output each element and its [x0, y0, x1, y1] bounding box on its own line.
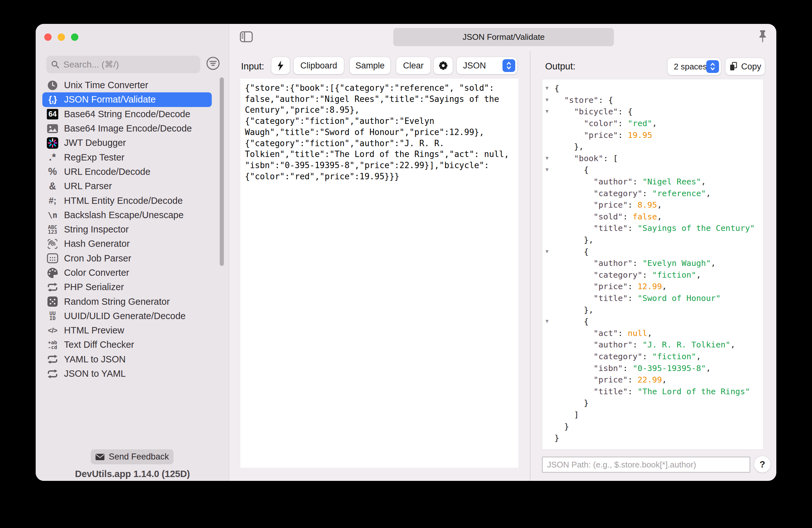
output-line: "price": 22.99,: [542, 374, 763, 386]
clear-button[interactable]: Clear: [396, 57, 431, 74]
sidebar: Unix Time Converter{,}JSON Format/Valida…: [36, 24, 229, 481]
indent-value: 2 spaces: [674, 62, 707, 72]
zoom-window-button[interactable]: [71, 33, 78, 41]
sidebar-item-string-inspector[interactable]: ABC 123String Inspector: [42, 222, 212, 237]
indent-select[interactable]: 2 spaces: [667, 58, 721, 75]
gear-icon[interactable]: [434, 57, 453, 74]
sidebar-item-text-diff-checker[interactable]: +ab -cdText Diff Checker: [42, 338, 212, 352]
disclosure-triangle-icon[interactable]: ▼: [545, 97, 550, 103]
output-line-code: {: [554, 316, 589, 326]
sidebar-item-base64-image-encode-decode[interactable]: Base64 Image Encode/Decode: [42, 121, 212, 135]
output-line-code: "title": "Sword of Honour": [554, 293, 721, 303]
panel-divider: [530, 51, 531, 481]
output-line: ▼ "store": {: [542, 94, 763, 106]
search-field[interactable]: [46, 56, 200, 73]
sidebar-item-label: HTML Preview: [64, 325, 124, 336]
minimize-window-button[interactable]: [58, 33, 65, 41]
jsonpath-field[interactable]: [542, 457, 750, 473]
output-line-code: "author": "J. R. R. Tolkien",: [554, 340, 735, 349]
sidebar-scrollbar[interactable]: [220, 77, 224, 266]
pin-icon[interactable]: [757, 30, 768, 45]
sidebar-item-regexp-tester[interactable]: .*RegExp Tester: [42, 150, 212, 164]
bolt-icon: [275, 60, 286, 71]
sidebar-item-hash-generator[interactable]: Hash Generator: [42, 237, 212, 251]
sidebar-item-color-converter[interactable]: Color Converter: [42, 266, 212, 280]
output-line-code: "category": "fiction",: [554, 270, 701, 280]
uuid-icon: UU ID: [46, 311, 59, 321]
output-line-code: "isbn": "0-395-19395-8",: [554, 363, 711, 373]
close-window-button[interactable]: [44, 33, 52, 41]
output-line-code: },: [554, 142, 584, 151]
calendar-icon: [46, 253, 59, 264]
sidebar-item-url-encode-decode[interactable]: %URL Encode/Decode: [42, 165, 212, 179]
disclosure-triangle-icon[interactable]: ▼: [545, 155, 550, 161]
output-line: ]: [542, 409, 763, 421]
output-line-code: "author": "Nigel Rees",: [554, 177, 706, 186]
search-input[interactable]: [63, 56, 197, 73]
sample-button[interactable]: Sample: [350, 57, 390, 74]
output-line: "author": "Nigel Rees",: [542, 176, 763, 188]
sidebar-item-html-entity-encode-decode[interactable]: #;HTML Entity Encode/Decode: [42, 193, 212, 208]
output-line: ▼ {: [542, 316, 763, 327]
sidebar-item-unix-time-converter[interactable]: Unix Time Converter: [42, 78, 212, 92]
output-line: "title": "Sayings of the Century": [542, 222, 763, 234]
copy-button[interactable]: Copy: [725, 58, 765, 75]
output-line-code: "sold": false,: [554, 212, 662, 221]
sidebar-item-label: Text Diff Checker: [64, 340, 134, 350]
output-line-code: }: [554, 422, 569, 431]
disclosure-triangle-icon[interactable]: ▼: [545, 85, 550, 91]
disclosure-triangle-icon[interactable]: ▼: [545, 249, 550, 255]
input-format-select[interactable]: JSON: [456, 57, 517, 74]
sidebar-item-label: Backslash Escape/Unescape: [64, 210, 184, 220]
output-line-code: {: [554, 83, 559, 93]
sidebar-item-yaml-to-json[interactable]: YAML to JSON: [42, 352, 212, 367]
output-line: "isbn": "0-395-19395-8",: [542, 362, 763, 374]
disclosure-triangle-icon[interactable]: ▼: [545, 167, 550, 173]
input-editor[interactable]: {"store":{"book":[{"category":"reference…: [241, 79, 518, 468]
sidebar-item-cron-job-parser[interactable]: Cron Job Parser: [42, 251, 212, 266]
help-button[interactable]: ?: [754, 456, 771, 473]
hash-semicolon-icon: #;: [46, 196, 59, 206]
filter-icon[interactable]: [206, 56, 220, 71]
sidebar-item-label: JSON Format/Validate: [64, 94, 156, 105]
active-tab[interactable]: JSON Format/Validate: [393, 28, 614, 46]
sidebar-item-url-parser[interactable]: &URL Parser: [42, 179, 212, 193]
output-line: },: [542, 304, 763, 316]
ampersand-icon: &: [46, 181, 59, 192]
swap-arrows-icon: [46, 369, 59, 379]
sidebar-item-jwt-debugger[interactable]: JWT Debugger: [42, 135, 212, 150]
chevron-up-down-icon: [706, 60, 719, 73]
sidebar-item-uuid-ulid-generate-decode[interactable]: UU IDUUID/ULID Generate/Decode: [42, 309, 212, 323]
sidebar-item-label: JSON to YAML: [64, 369, 126, 379]
clipboard-button[interactable]: Clipboard: [294, 57, 344, 74]
auto-detect-button[interactable]: [271, 57, 290, 74]
sidebar-item-base64-string-encode-decode[interactable]: 64Base64 String Encode/Decode: [42, 107, 212, 121]
sidebar-item-json-to-yaml[interactable]: JSON to YAML: [42, 367, 212, 381]
sidebar-item-random-string-generator[interactable]: Random String Generator: [42, 294, 212, 309]
sidebar-item-label: URL Encode/Decode: [64, 167, 150, 177]
output-line-code: "price": 8.95,: [554, 200, 662, 210]
output-line: "title": "Sword of Honour": [542, 292, 763, 304]
sidebar-item-json-format-validate[interactable]: {,}JSON Format/Validate: [42, 92, 212, 107]
send-feedback-button[interactable]: Send Feedback: [91, 449, 174, 464]
input-json-text[interactable]: {"store":{"book":[{"category":"reference…: [241, 79, 518, 186]
output-json-view[interactable]: ▼{▼ "store": {▼ "bicycle": { "color": "r…: [542, 79, 764, 449]
sidebar-item-html-preview[interactable]: </>HTML Preview: [42, 323, 212, 338]
output-line: ▼{: [542, 83, 763, 94]
swap-arrows-icon: [46, 354, 59, 364]
sidebar-toggle-icon[interactable]: [240, 31, 253, 44]
jsonpath-input[interactable]: [542, 457, 750, 472]
output-line: ▼ "bicycle": {: [542, 106, 763, 117]
sidebar-item-php-serializer[interactable]: PHP Serializer: [42, 280, 212, 294]
app-version: DevUtils.app 1.14.0 (125D): [36, 469, 229, 479]
braces-icon: {,}: [46, 95, 59, 104]
code-icon: </>: [46, 326, 59, 335]
output-line-code: ]: [554, 410, 579, 419]
palette-icon: [46, 267, 59, 279]
sidebar-item-label: UUID/ULID Generate/Decode: [64, 311, 186, 321]
sidebar-item-label: Base64 Image Encode/Decode: [64, 123, 192, 134]
disclosure-triangle-icon[interactable]: ▼: [545, 318, 550, 324]
sidebar-item-label: String Inspector: [64, 224, 129, 235]
sidebar-item-backslash-escape-unescape[interactable]: \nBackslash Escape/Unescape: [42, 208, 212, 222]
disclosure-triangle-icon[interactable]: ▼: [545, 109, 550, 114]
